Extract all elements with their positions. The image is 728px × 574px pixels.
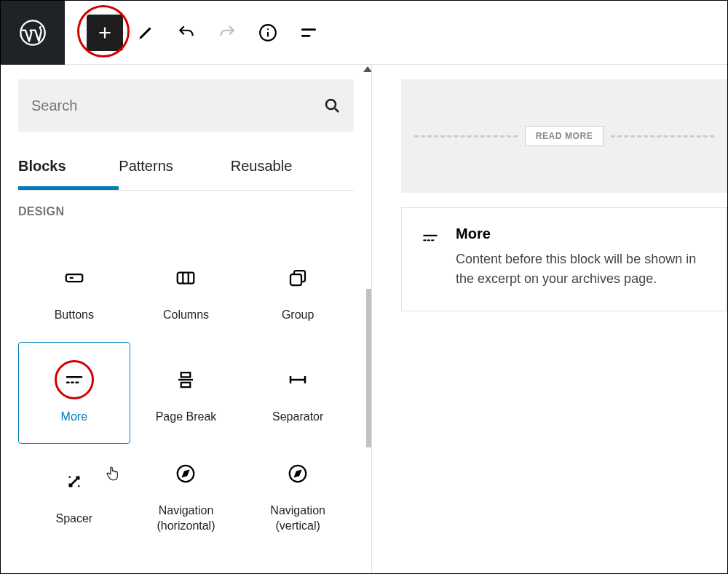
compass-icon — [287, 463, 309, 485]
readmore-separator: READ MORE — [414, 126, 714, 146]
editor-toolbar — [1, 1, 727, 65]
block-description-card: More Content before this block will be s… — [401, 207, 727, 311]
block-inserter: Blocks Patterns Reusable DESIGN Buttons … — [1, 65, 372, 573]
tab-blocks[interactable]: Blocks — [18, 146, 119, 190]
readmore-badge: READ MORE — [525, 126, 604, 146]
block-nav-vertical[interactable]: Navigation (vertical) — [242, 444, 354, 546]
block-page-break[interactable]: Page Break — [130, 342, 242, 444]
inserter-tabs: Blocks Patterns Reusable — [18, 146, 354, 191]
block-preview: READ MORE — [401, 79, 727, 193]
block-description-text: Content before this block will be shown … — [456, 250, 708, 289]
tab-patterns[interactable]: Patterns — [119, 146, 231, 190]
separator-icon — [287, 369, 309, 391]
wordpress-icon — [18, 18, 47, 47]
block-label: More — [61, 410, 87, 425]
redo-icon — [218, 23, 237, 42]
svg-line-7 — [335, 108, 339, 112]
block-label: Navigation (vertical) — [248, 503, 347, 534]
search-icon — [323, 97, 341, 114]
svg-point-6 — [326, 100, 336, 109]
svg-rect-10 — [178, 272, 194, 283]
details-button[interactable] — [250, 15, 286, 51]
more-icon — [63, 369, 85, 391]
block-columns[interactable]: Columns — [130, 240, 242, 342]
group-icon — [287, 267, 309, 289]
info-icon — [258, 23, 277, 42]
block-separator[interactable]: Separator — [242, 342, 354, 444]
outline-icon — [299, 23, 318, 42]
undo-button[interactable] — [168, 15, 205, 51]
scroll-up-arrow[interactable] — [363, 66, 372, 72]
pencil-icon — [136, 23, 155, 42]
dash-left — [414, 135, 518, 137]
dash-right — [611, 135, 714, 137]
spacer-icon — [63, 471, 85, 493]
block-label: Buttons — [55, 308, 94, 323]
search-input[interactable] — [31, 97, 323, 114]
svg-rect-14 — [290, 274, 301, 285]
block-label: Spacer — [55, 511, 92, 527]
wordpress-logo[interactable] — [1, 1, 65, 65]
editor-canvas: READ MORE More Content before this block… — [372, 65, 727, 573]
tab-reusable[interactable]: Reusable — [231, 146, 343, 190]
block-label: Separator — [272, 410, 323, 425]
redo-button[interactable] — [209, 15, 245, 51]
block-more[interactable]: More — [18, 342, 130, 444]
block-buttons[interactable]: Buttons — [18, 240, 130, 342]
buttons-icon — [63, 267, 85, 289]
block-spacer[interactable]: Spacer — [18, 444, 130, 546]
block-label: Group — [282, 308, 314, 323]
block-label: Navigation (horizontal) — [137, 503, 236, 534]
undo-icon — [177, 23, 196, 42]
block-label: Columns — [163, 308, 209, 323]
columns-icon — [175, 267, 197, 289]
block-grid: Buttons Columns Group More Page Break — [18, 240, 354, 546]
add-block-button[interactable] — [87, 15, 123, 51]
more-icon — [421, 226, 440, 289]
editor-body: Blocks Patterns Reusable DESIGN Buttons … — [1, 65, 727, 573]
search-field-wrap — [18, 79, 354, 132]
page-break-icon — [175, 369, 197, 391]
edit-button[interactable] — [127, 15, 164, 51]
block-group[interactable]: Group — [242, 240, 354, 342]
block-description-title: More — [456, 226, 708, 242]
plus-icon — [95, 23, 114, 42]
scrollbar-thumb[interactable] — [366, 289, 372, 447]
compass-icon — [175, 463, 197, 485]
category-heading: DESIGN — [18, 205, 354, 218]
outline-button[interactable] — [290, 15, 327, 51]
svg-rect-8 — [66, 274, 83, 282]
block-nav-horizontal[interactable]: Navigation (horizontal) — [130, 444, 242, 546]
svg-point-3 — [267, 28, 269, 30]
block-label: Page Break — [156, 410, 217, 425]
